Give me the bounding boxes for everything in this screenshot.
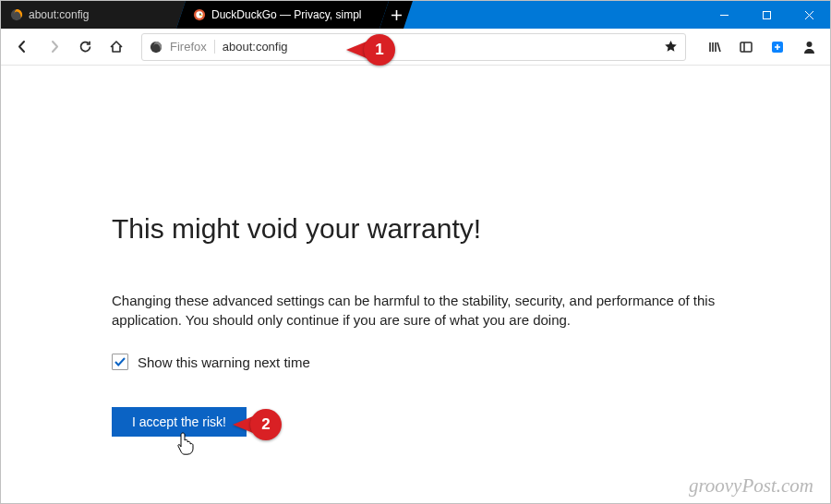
tab-duckduckgo[interactable]: DuckDuckGo — Privacy, simpl xyxy=(176,1,389,29)
person-icon xyxy=(802,40,816,54)
titlebar-drag-area[interactable] xyxy=(413,1,703,29)
address-bar[interactable]: Firefox about:config xyxy=(141,33,686,61)
minimize-icon xyxy=(719,10,729,20)
star-icon xyxy=(664,40,678,54)
reload-button[interactable] xyxy=(71,33,99,61)
forward-button[interactable] xyxy=(40,33,67,61)
home-button[interactable] xyxy=(102,33,130,61)
arrow-right-icon xyxy=(47,40,61,54)
tab-label: about:config xyxy=(29,8,89,21)
tab-about-config[interactable]: about:config xyxy=(1,1,186,29)
bookmark-star-button[interactable] xyxy=(664,40,678,54)
window-close-button[interactable] xyxy=(788,1,830,29)
svg-rect-6 xyxy=(741,42,752,52)
callout-number: 2 xyxy=(250,409,282,440)
check-icon xyxy=(114,355,126,368)
nav-toolbar: Firefox about:config xyxy=(1,29,830,66)
svg-rect-4 xyxy=(763,11,770,18)
reload-icon xyxy=(78,40,92,54)
accept-risk-button[interactable]: I accept the risk! xyxy=(112,407,247,437)
watermark: groovyPost.com xyxy=(689,474,813,498)
tab-label: DuckDuckGo — Privacy, simpl xyxy=(211,8,361,21)
download-plus-icon xyxy=(770,40,785,54)
page-title: This might void your warranty! xyxy=(112,213,719,245)
close-icon xyxy=(804,10,814,20)
plus-icon xyxy=(391,9,403,21)
profile-button[interactable] xyxy=(795,33,823,61)
home-icon xyxy=(109,40,124,54)
warning-page: This might void your warranty! Changing … xyxy=(1,66,830,437)
identity-label: Firefox xyxy=(170,40,215,54)
checkbox-label: Show this warning next time xyxy=(138,354,310,370)
warning-text: Changing these advanced settings can be … xyxy=(112,291,719,330)
back-button[interactable] xyxy=(8,33,36,61)
titlebar: about:config DuckDuckGo — Privacy, simpl xyxy=(1,1,830,29)
maximize-icon xyxy=(762,10,772,20)
window-minimize-button[interactable] xyxy=(703,1,745,29)
arrow-left-icon xyxy=(16,40,30,54)
sidebar-icon xyxy=(739,40,753,54)
library-icon xyxy=(707,40,722,54)
address-url: about:config xyxy=(223,40,656,54)
firefox-icon xyxy=(10,8,23,21)
callout-number: 1 xyxy=(364,34,395,66)
duckduckgo-icon xyxy=(193,8,206,21)
svg-point-8 xyxy=(806,42,812,47)
library-button[interactable] xyxy=(701,33,729,61)
identity-firefox-icon xyxy=(150,41,163,54)
window-maximize-button[interactable] xyxy=(745,1,788,29)
show-warning-checkbox[interactable] xyxy=(112,354,128,370)
downloads-button[interactable] xyxy=(764,33,791,61)
svg-point-3 xyxy=(199,13,201,15)
sidebar-button[interactable] xyxy=(732,33,760,61)
annotation-callout-2: 2 xyxy=(233,409,282,440)
annotation-callout-1: 1 xyxy=(346,34,395,66)
